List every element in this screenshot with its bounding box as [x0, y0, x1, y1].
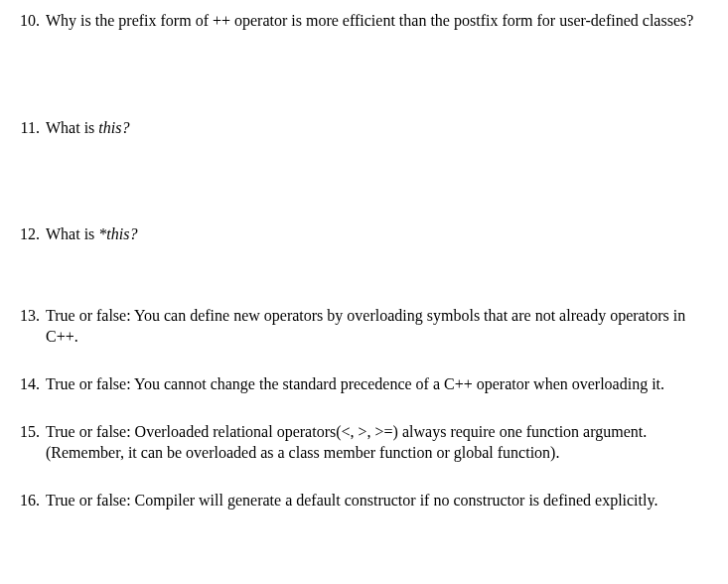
question-number: 13.	[18, 305, 46, 348]
question-13: 13.True or false: You can define new ope…	[18, 305, 700, 348]
question-text: What is this?	[46, 117, 700, 139]
question-text-italic: this?	[98, 119, 129, 136]
question-number: 14.	[18, 373, 46, 395]
question-text: What is *this?	[46, 223, 700, 245]
question-text: True or false: You can define new operat…	[46, 305, 700, 348]
question-text: Why is the prefix form of ++ operator is…	[46, 10, 700, 32]
question-text-italic: *this?	[98, 225, 137, 242]
question-text: True or false: You cannot change the sta…	[46, 373, 700, 395]
question-number: 16.	[18, 490, 46, 511]
question-number: 12.	[18, 223, 46, 245]
question-10: 10.Why is the prefix form of ++ operator…	[18, 10, 700, 32]
question-11: 11.What is this?	[18, 117, 700, 139]
question-15: 15.True or false: Overloaded relational …	[18, 421, 700, 464]
question-number: 11.	[18, 117, 46, 139]
question-text-prefix: What is	[46, 119, 98, 136]
question-number: 10.	[18, 10, 46, 32]
question-text-prefix: What is	[46, 225, 98, 242]
question-14: 14.True or false: You cannot change the …	[18, 373, 700, 395]
question-text: True or false: Compiler will generate a …	[46, 490, 700, 511]
question-16: 16.True or false: Compiler will generate…	[18, 490, 700, 511]
question-text: True or false: Overloaded relational ope…	[46, 421, 700, 464]
question-number: 15.	[18, 421, 46, 464]
question-12: 12.What is *this?	[18, 223, 700, 245]
